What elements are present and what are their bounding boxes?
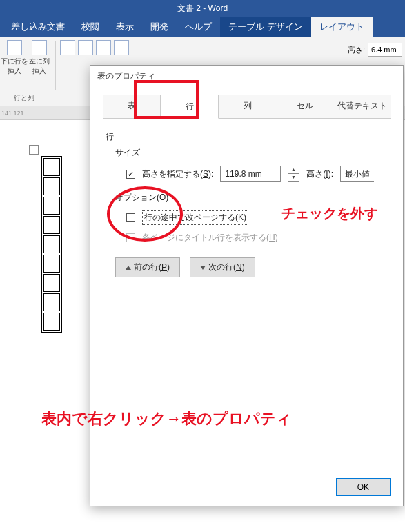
insert-col-left-label: 左に列 挿入 (29, 57, 50, 76)
break-row-label: 行の途中で改ページする(K) (142, 210, 248, 225)
document-table[interactable] (41, 156, 62, 333)
ribbon-group-rows-cols: 行と列 (14, 93, 34, 103)
autofit-icon[interactable] (114, 40, 129, 55)
next-row-label: 次の行(N) (208, 262, 245, 273)
dialog-tab-table[interactable]: 表 (103, 95, 160, 119)
table-cell[interactable] (43, 255, 60, 273)
ok-button[interactable]: OK (336, 478, 391, 496)
table-cell[interactable] (43, 235, 60, 253)
spin-down-icon[interactable]: ▼ (288, 174, 299, 181)
table-cell[interactable] (43, 197, 60, 215)
ribbon-tab-layout[interactable]: レイアウト (311, 17, 373, 37)
row-height-label: 高さ: (348, 45, 365, 55)
insert-row-below-label: 下に行を 挿入 (1, 57, 28, 76)
table-cell[interactable] (43, 177, 60, 195)
table-properties-dialog: 表のプロパティ 表 行 列 セル 代替テキスト 行 サイズ 高さを指定する(S)… (90, 65, 404, 506)
insert-row-below-button[interactable]: 下に行を 挿入 (3, 40, 26, 76)
merge-cells-icon[interactable] (60, 40, 75, 55)
table-cell[interactable] (43, 313, 60, 331)
break-row-checkbox[interactable] (126, 213, 135, 222)
triangle-down-icon (200, 266, 206, 270)
size-section-label: サイズ (115, 147, 388, 159)
row-section-label: 行 (106, 131, 388, 143)
ribbon-separator (55, 41, 56, 90)
insert-col-left-icon (32, 40, 47, 55)
specify-height-checkbox[interactable] (126, 170, 135, 179)
row-nav: 前の行(P) 次の行(N) (115, 257, 388, 277)
dialog-tab-alttext[interactable]: 代替テキスト (333, 95, 391, 119)
row-height-input[interactable]: 119.8 mm (220, 166, 281, 182)
triangle-up-icon (126, 266, 131, 270)
dialog-footer: OK (336, 478, 391, 496)
split-cells-icon[interactable] (78, 40, 93, 55)
row-height-field: 高さ: 6.4 mm (348, 43, 402, 57)
ribbon-tab-view[interactable]: 表示 (108, 17, 142, 37)
dialog-title: 表のプロパティ (90, 66, 403, 86)
ribbon-tab-review[interactable]: 校閲 (73, 17, 108, 37)
ribbon-tab-developer[interactable]: 開発 (142, 17, 177, 37)
height-mode-label: 高さ(I): (306, 168, 333, 180)
header-row-label: 各ページにタイトル行を表示する(H) (142, 232, 278, 244)
ribbon-tab-help[interactable]: ヘルプ (177, 17, 220, 37)
app-titlebar: 文書 2 - Word (0, 0, 405, 17)
options-section-label: オプション(O) (115, 192, 388, 204)
row-height-value[interactable]: 6.4 mm (368, 43, 402, 57)
insert-col-left-button[interactable]: 左に列 挿入 (28, 40, 51, 76)
ribbon-tabs: 差し込み文書 校閲 表示 開発 ヘルプ テーブル デザイン レイアウト (0, 17, 405, 37)
table-cell[interactable] (43, 274, 60, 292)
dialog-body: 行 サイズ 高さを指定する(S): 119.8 mm ▲▼ 高さ(I): 最小値… (90, 119, 403, 290)
ruler-marks: 141 121 (1, 110, 24, 117)
header-row-row: 各ページにタイトル行を表示する(H) (126, 232, 388, 244)
specify-height-label: 高さを指定する(S): (142, 168, 213, 180)
split-table-icon[interactable] (96, 40, 111, 55)
ribbon-tab-tabledesign[interactable]: テーブル デザイン (220, 17, 311, 37)
table-move-handle[interactable] (29, 145, 39, 155)
table-cell[interactable] (43, 216, 60, 234)
break-row-row: 行の途中で改ページする(K) (126, 210, 388, 225)
ribbon-tab-mailings[interactable]: 差し込み文書 (3, 17, 73, 37)
table-cell[interactable] (43, 158, 60, 176)
table-cell[interactable] (43, 293, 60, 311)
header-row-checkbox (126, 233, 135, 242)
prev-row-button[interactable]: 前の行(P) (115, 257, 180, 277)
next-row-button[interactable]: 次の行(N) (190, 257, 255, 277)
dialog-tab-row[interactable]: 行 (160, 95, 219, 119)
row-height-spinner[interactable]: ▲▼ (288, 166, 299, 182)
spin-up-icon[interactable]: ▲ (288, 166, 299, 174)
height-mode-select[interactable]: 最小値 (340, 166, 374, 182)
specify-height-row: 高さを指定する(S): 119.8 mm ▲▼ 高さ(I): 最小値 (126, 166, 388, 182)
dialog-tab-cell[interactable]: セル (276, 95, 333, 119)
dialog-tabs: 表 行 列 セル 代替テキスト (90, 95, 403, 119)
prev-row-label: 前の行(P) (134, 262, 170, 273)
dialog-tab-column[interactable]: 列 (219, 95, 276, 119)
insert-row-below-icon (7, 40, 22, 55)
